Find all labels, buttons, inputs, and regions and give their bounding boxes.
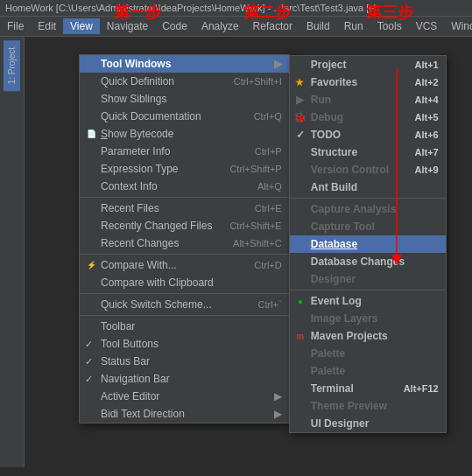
- run-label: Run: [311, 94, 331, 106]
- menu-item-status-bar[interactable]: Status Bar: [80, 353, 289, 370]
- menu-item-recently-changed[interactable]: Recently Changed Files Ctrl+Shift+E: [80, 217, 289, 234]
- submenu-capture-analysis[interactable]: Capture Analysis: [290, 200, 446, 218]
- quick-documentation-shortcut: Ctrl+Q: [236, 111, 282, 122]
- submenu-palette1[interactable]: Palette: [290, 345, 446, 362]
- menu-run[interactable]: Run: [337, 18, 370, 34]
- menu-edit[interactable]: Edit: [31, 18, 63, 34]
- quick-definition-label: Quick Definition: [101, 75, 174, 88]
- tool-windows-label: Tool Windows: [101, 58, 171, 70]
- submenu-image-layers[interactable]: Image Layers: [290, 310, 446, 327]
- expression-type-label: Expression Type: [101, 163, 179, 175]
- show-bytecode-label: Show Bytecode: [101, 128, 173, 140]
- recent-changes-label: Recent Changes: [101, 237, 179, 249]
- menu-item-show-siblings[interactable]: Show Siblings: [80, 90, 289, 108]
- compare-icon: ⚡: [85, 261, 97, 270]
- tool-windows-submenu: Project Alt+1 ★ Favorites Alt+2 ▶ Run Al…: [289, 55, 447, 433]
- submenu-run[interactable]: ▶ Run Alt+4: [290, 91, 446, 108]
- sep4: [80, 315, 289, 316]
- menu-item-tool-windows[interactable]: Tool Windows ▶ Project Alt+1 ★ Favorites…: [80, 55, 289, 73]
- debug-label: Debug: [311, 111, 343, 123]
- run-icon: ▶: [293, 94, 307, 106]
- title-text: HomeWork [C:\Users\Administrator\IdeaPro…: [5, 3, 376, 13]
- menu-item-navigation-bar[interactable]: Navigation Bar: [80, 370, 289, 388]
- menu-item-quick-switch[interactable]: Quick Switch Scheme... Ctrl+`: [80, 296, 289, 313]
- submenu-database-changes[interactable]: Database Changes: [290, 253, 446, 270]
- bytecode-icon: 📄: [85, 130, 97, 138]
- active-editor-arrow: ▶: [274, 390, 282, 402]
- run-shortcut: Alt+4: [398, 94, 439, 105]
- menu-item-recent-files[interactable]: Recent Files Ctrl+E: [80, 200, 289, 217]
- quick-definition-shortcut: Ctrl+Shift+I: [216, 76, 282, 87]
- structure-label: Structure: [311, 146, 357, 158]
- menu-window[interactable]: Windo: [444, 18, 472, 34]
- menu-analyze[interactable]: Analyze: [194, 18, 246, 34]
- editor-area: Tool Windows ▶ Project Alt+1 ★ Favorites…: [25, 37, 472, 467]
- menu-item-recent-changes[interactable]: Recent Changes Alt+Shift+C: [80, 234, 289, 252]
- submenu-ui-designer[interactable]: UI Designer: [290, 415, 446, 432]
- menu-item-compare-clipboard[interactable]: Compare with Clipboard: [80, 274, 289, 291]
- menu-item-active-editor[interactable]: Active Editor ▶: [80, 388, 289, 405]
- menu-view[interactable]: View: [63, 18, 100, 34]
- submenu-event-log[interactable]: ● Event Log: [290, 292, 446, 310]
- favorites-label: Favorites: [311, 76, 357, 88]
- submenu-database[interactable]: Database: [290, 235, 446, 253]
- todo-shortcut: Alt+6: [398, 130, 439, 140]
- menu-refactor[interactable]: Refactor: [246, 18, 299, 34]
- bidi-text-arrow: ▶: [274, 408, 282, 420]
- sidebar-tab-project[interactable]: 1: Project: [4, 40, 20, 91]
- menu-item-tool-buttons[interactable]: Tool Buttons: [80, 335, 289, 353]
- menu-item-quick-definition[interactable]: Quick Definition Ctrl+Shift+I: [80, 73, 289, 90]
- menu-build[interactable]: Build: [299, 18, 337, 34]
- submenu-todo[interactable]: ✓ TODO Alt+6: [290, 126, 446, 144]
- todo-icon: ✓: [293, 129, 307, 141]
- submenu-project[interactable]: Project Alt+1: [290, 56, 446, 74]
- submenu-structure[interactable]: Structure Alt+7: [290, 144, 446, 161]
- submenu-designer[interactable]: Designer: [290, 270, 446, 288]
- menu-item-bidi-text[interactable]: Bidi Text Direction ▶: [80, 405, 289, 423]
- palette2-label: Palette: [311, 365, 345, 377]
- submenu-arrow: ▶: [274, 58, 282, 70]
- context-info-label: Context Info: [101, 180, 158, 192]
- view-dropdown: Tool Windows ▶ Project Alt+1 ★ Favorites…: [79, 54, 290, 424]
- navigation-bar-label: Navigation Bar: [101, 373, 170, 385]
- maven-icon: m: [293, 332, 307, 341]
- submenu-version-control[interactable]: Version Control Alt+9: [290, 161, 446, 178]
- capture-tool-label: Capture Tool: [311, 220, 375, 233]
- debug-shortcut: Alt+5: [398, 112, 439, 122]
- menu-item-context-info[interactable]: Context Info Alt+Q: [80, 178, 289, 195]
- menu-file[interactable]: File: [0, 18, 31, 34]
- submenu-theme-preview[interactable]: Theme Preview: [290, 397, 446, 415]
- menu-vcs[interactable]: VCS: [409, 18, 445, 34]
- main-area: 1: Project Tool Windows ▶ Project Alt+1 …: [0, 37, 472, 467]
- menu-code[interactable]: Code: [155, 18, 194, 34]
- event-log-icon: ●: [293, 297, 307, 306]
- menu-tools[interactable]: Tools: [370, 18, 409, 34]
- expression-type-shortcut: Ctrl+Shift+P: [212, 164, 281, 174]
- toolbar-label: Toolbar: [101, 320, 135, 332]
- recent-changes-shortcut: Alt+Shift+C: [215, 238, 282, 248]
- submenu-debug[interactable]: 🐞 Debug Alt+5: [290, 108, 446, 126]
- parameter-info-shortcut: Ctrl+P: [237, 146, 282, 157]
- submenu-palette2[interactable]: Palette: [290, 362, 446, 380]
- submenu-capture-tool[interactable]: Capture Tool: [290, 218, 446, 235]
- menu-item-parameter-info[interactable]: Parameter Info Ctrl+P: [80, 143, 289, 160]
- submenu-terminal[interactable]: Terminal Alt+F12: [290, 380, 446, 397]
- ant-build-label: Ant Build: [311, 181, 357, 193]
- submenu-ant-build[interactable]: Ant Build: [290, 178, 446, 196]
- tool-buttons-label: Tool Buttons: [101, 338, 159, 350]
- terminal-label: Terminal: [311, 382, 354, 395]
- menu-item-toolbar[interactable]: Toolbar: [80, 318, 289, 335]
- favorites-shortcut: Alt+2: [398, 77, 439, 88]
- menu-navigate[interactable]: Navigate: [100, 18, 155, 34]
- submenu-favorites[interactable]: ★ Favorites Alt+2: [290, 74, 446, 91]
- menu-item-expression-type[interactable]: Expression Type Ctrl+Shift+P: [80, 160, 289, 178]
- title-bar: HomeWork [C:\Users\Administrator\IdeaPro…: [0, 0, 472, 17]
- database-label: Database: [311, 238, 357, 250]
- menu-item-compare-with[interactable]: ⚡ Compare With... Ctrl+D: [80, 256, 289, 274]
- parameter-info-label: Parameter Info: [101, 145, 170, 158]
- menu-item-quick-documentation[interactable]: Quick Documentation Ctrl+Q: [80, 108, 289, 125]
- submenu-maven-projects[interactable]: m Maven Projects: [290, 327, 446, 345]
- terminal-shortcut: Alt+F12: [386, 383, 439, 394]
- menu-item-show-bytecode[interactable]: 📄 Show Bytecode: [80, 125, 289, 143]
- recently-changed-shortcut: Ctrl+Shift+E: [212, 220, 281, 231]
